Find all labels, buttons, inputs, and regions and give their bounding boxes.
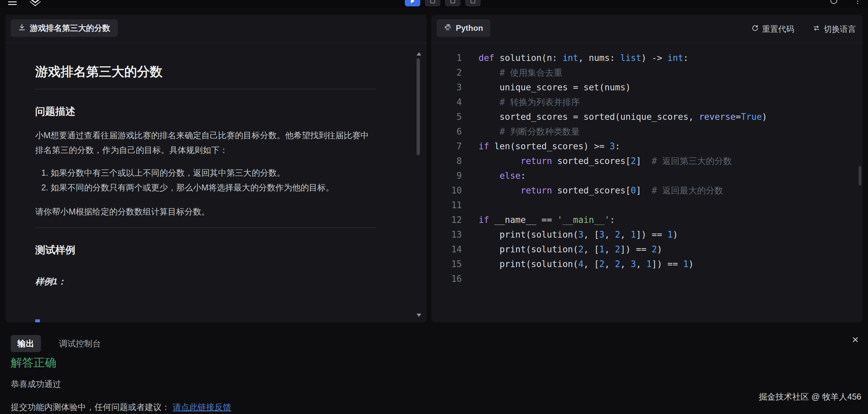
scroll-up-icon[interactable] [416,52,421,56]
line-number: 9 [431,168,462,183]
code-line[interactable]: 6 # 判断分数种类数量 [431,124,863,139]
square-icon [470,0,475,3]
editor-scrollbar-thumb[interactable] [859,166,861,185]
switch-language-button[interactable]: 切换语言 [812,24,856,34]
line-number: 2 [431,65,462,80]
help-icon[interactable] [831,0,837,4]
result-title: 解答正确 [11,355,56,371]
problem-intro: 小M想要通过查看往届游戏比赛的排名来确定自己比赛的目标分数。他希望找到往届比赛中… [35,128,376,157]
samples-heading: 测试样例 [35,243,376,257]
code-line[interactable]: 5 sorted_scores = sorted(unique_scores, … [431,109,863,124]
code-line[interactable]: 7if len(sorted_scores) >= 3: [431,139,863,153]
code-editor[interactable]: 1def solution(n: int, nums: list) -> int… [431,43,863,286]
play-icon [411,0,414,3]
problem-chip-label: 游戏排名第三大的分数 [30,23,110,33]
problem-scrollbar[interactable] [415,43,421,322]
code-line[interactable]: 8 return sorted_scores[2] # 返回第三大的分数 [431,153,863,168]
run-button[interactable] [405,0,420,6]
code-line[interactable]: 4 # 转换为列表并排序 [431,95,863,109]
switch-language-label: 切换语言 [824,24,856,34]
console-panel: 输出调试控制台 × 解答正确 恭喜成功通过 提交功能内测体验中，任何问题或者建议… [0,328,868,414]
scroll-down-icon[interactable] [416,314,421,317]
feedback-row: 提交功能内测体验中，任何问题或者建议：请点此链接反馈 [11,402,231,413]
feedback-link[interactable]: 请点此链接反馈 [173,402,231,412]
topbar-button-2[interactable] [425,0,440,6]
line-number: 14 [431,242,462,257]
topbar-button-3[interactable] [445,0,461,6]
python-icon [444,24,452,33]
switch-icon [812,25,820,34]
line-number: 13 [431,227,462,242]
code-line[interactable]: 13 print(solution(3, [3, 2, 1]) == 1) [431,227,863,242]
problem-title: 游戏排名第三大的分数 [35,63,376,80]
divider [35,89,376,89]
code-line[interactable]: 15 print(solution(4, [2, 2, 3, 1]) == 1) [431,257,863,271]
code-line[interactable]: 16 [431,271,863,286]
divider [35,228,376,228]
rules-list: 如果分数中有三个或以上不同的分数，返回其中第三大的分数。如果不同的分数只有两个或… [35,165,376,195]
problem-title-chip[interactable]: 游戏排名第三大的分数 [11,20,118,37]
result-subtitle: 恭喜成功通过 [11,379,61,389]
scrollbar-thumb[interactable] [416,58,420,155]
clipped-sample-content [35,319,40,322]
editor-panel: Python 重置代码 切换语言 1def so [431,15,863,322]
sample1-label: 样例1： [35,276,376,287]
problem-panel-header: 游戏排名第三大的分数 [5,15,427,43]
problem-outro: 请你帮小M根据给定的分数数组计算目标分数。 [35,204,376,219]
square-icon [430,0,435,3]
code-line[interactable]: 12if __name__ == '__main__': [431,212,863,227]
code-line[interactable]: 10 return sorted_scores[0] # 返回最大的分数 [431,183,863,198]
rule-item: 如果不同的分数只有两个或更少，那么小M将选择最大的分数作为他的目标。 [51,180,376,195]
square-icon [451,0,455,3]
code-line[interactable]: 14 print(solution(2, [1, 2]) == 2) [431,242,863,257]
console-tabs: 输出调试控制台 [11,335,107,352]
menu-icon[interactable] [8,0,17,4]
language-chip[interactable]: Python [437,20,490,37]
line-number: 16 [431,271,462,286]
topbar-actions [405,0,480,6]
code-line[interactable]: 1def solution(n: int, nums: list) -> int… [431,50,863,65]
line-number: 12 [431,212,462,227]
line-number: 8 [431,153,462,168]
line-number: 1 [431,50,462,65]
reset-code-button[interactable]: 重置代码 [751,24,794,34]
more-options-icon[interactable]: ⋮ [854,0,861,5]
code-line[interactable]: 3 unique_scores = set(nums) [431,80,863,95]
reset-icon [751,25,759,34]
line-number: 6 [431,124,462,139]
console-tab-output[interactable]: 输出 [11,335,41,352]
line-number: 11 [431,198,462,212]
code-line[interactable]: 9 else: [431,168,863,183]
line-number: 10 [431,183,462,198]
reset-code-label: 重置代码 [762,24,794,34]
problem-panel: 游戏排名第三大的分数 游戏排名第三大的分数 问题描述 小M想要通过查看往届游戏比… [5,15,427,322]
brand-logo-icon[interactable] [30,0,41,8]
editor-actions: 重置代码 切换语言 [751,15,856,43]
line-number: 15 [431,257,462,271]
line-number: 7 [431,139,462,153]
community-watermark: 掘金技术社区 @ 牧羊人456 [759,391,861,402]
topbar-button-4[interactable] [465,0,480,6]
line-number: 4 [431,95,462,109]
console-tab-debug[interactable]: 调试控制台 [52,335,107,352]
rule-item: 如果分数中有三个或以上不同的分数，返回其中第三大的分数。 [51,165,376,180]
problem-description-heading: 问题描述 [35,105,376,118]
feedback-text: 提交功能内测体验中，任何问题或者建议： [11,402,170,412]
editor-panel-header: Python 重置代码 切换语言 [431,15,863,43]
code-line[interactable]: 11 [431,198,863,212]
line-number: 3 [431,80,462,95]
topbar: ⋮ [0,0,868,8]
problem-article: 游戏排名第三大的分数 问题描述 小M想要通过查看往届游戏比赛的排名来确定自己比赛… [5,43,427,287]
code-line[interactable]: 2 # 使用集合去重 [431,65,863,80]
language-label: Python [456,24,483,33]
line-number: 5 [431,109,462,124]
code-lines: 1def solution(n: int, nums: list) -> int… [431,50,863,286]
console-close-button[interactable]: × [852,334,859,345]
download-icon [18,24,26,33]
